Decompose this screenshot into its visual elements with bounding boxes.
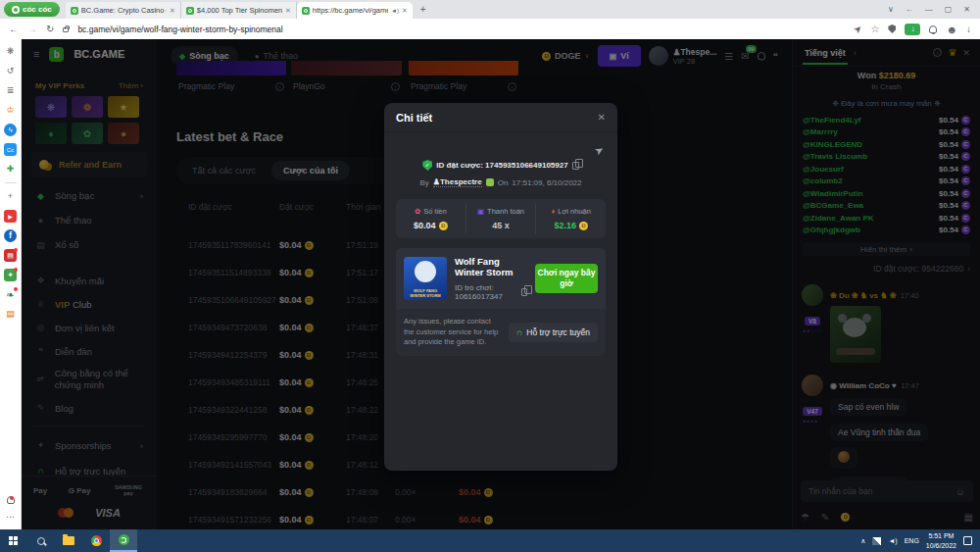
tab-title: BC.Game: Crypto Casino Ga <box>81 6 167 15</box>
tab-search-icon[interactable]: ∨ <box>888 5 894 14</box>
game-title: Wolf Fang Winter Storm <box>455 256 527 277</box>
adblock-shield-icon[interactable] <box>888 25 896 33</box>
tab-close-icon[interactable]: ✕ <box>402 7 408 15</box>
close-window-button[interactable]: ✕ <box>963 5 970 14</box>
shipping-icon[interactable]: ❧ <box>4 288 17 301</box>
doge-coin-icon: Đ <box>579 222 588 230</box>
coccoc-menu-button[interactable]: cốc cốc <box>4 2 60 17</box>
cart-icon[interactable]: ▤ <box>4 308 17 321</box>
more-icon[interactable]: ⋯ <box>4 511 17 524</box>
browser-tab-2[interactable]: $4,000 Top Tier Spinomenal ✕ <box>181 2 297 19</box>
address-bar: ← → ↻ bc.game/vi/game/wolf-fang-winter-s… <box>0 19 980 39</box>
tab-close-icon[interactable]: ✕ <box>285 7 291 15</box>
amount-icon: ✿ <box>415 207 420 216</box>
crown-icon[interactable]: ♔ <box>4 104 17 117</box>
notifications-icon[interactable] <box>929 25 937 33</box>
payout-icon: ▣ <box>477 207 484 216</box>
payout-value: 45 x <box>492 221 510 230</box>
bookmark-icon[interactable]: ☆ <box>870 24 879 34</box>
windows-taskbar: ∧ ◄) ENG 5:51 PM 10/6/2022 <box>0 529 980 552</box>
bcgame-favicon <box>71 7 78 15</box>
share-page-icon[interactable]: ➤ <box>851 23 864 36</box>
tab-title: https://bc.game/vi/game <box>313 6 388 15</box>
tab-audio-icon[interactable]: ◄) <box>391 8 399 14</box>
taskbar-search-icon[interactable] <box>27 529 55 552</box>
action-center-icon[interactable] <box>963 536 972 545</box>
tray-date: 10/6/2022 <box>926 541 956 550</box>
play-now-button[interactable]: Chơi ngay bây giờ <box>535 264 598 292</box>
history-icon[interactable]: ↺ <box>4 65 17 77</box>
new-tab-button[interactable]: + <box>420 4 426 15</box>
profit-value: $2.16 <box>554 221 576 230</box>
rail-bell-icon[interactable] <box>7 496 15 504</box>
brand-label: cốc cốc <box>23 5 52 14</box>
game-thumbnail[interactable]: WOLF FANGWINTER STORM <box>404 257 447 300</box>
stat-profit: ♦Lợi nhuận $2.16Đ <box>536 199 606 238</box>
by-label: By <box>419 178 428 187</box>
volume-icon[interactable]: ◄) <box>888 537 897 544</box>
coccoc-taskbar-icon[interactable] <box>110 529 137 552</box>
file-explorer-icon[interactable] <box>55 529 82 552</box>
browser-tab-1[interactable]: BC.Game: Crypto Casino Ga ✕ <box>66 2 181 19</box>
copy-icon[interactable] <box>521 288 527 296</box>
stat-amount: ✿Số tiền $0.04Đ <box>396 199 466 238</box>
coccoc-sidebar-rail: ❋ ↺ ≣ ♔ ϟ Cc ✚ + ▶ f ▤ ✦ ❧ ▤ ⋯ <box>0 39 22 529</box>
bcgame-favicon <box>186 7 194 15</box>
tab-strip: cốc cốc BC.Game: Crypto Casino Ga ✕ $4,0… <box>0 0 980 19</box>
download-arrow-icon: ↓ <box>910 25 914 33</box>
messenger-icon[interactable]: ϟ <box>4 124 17 136</box>
tab-title: $4,000 Top Tier Spinomenal <box>197 6 282 15</box>
forward-button[interactable]: → <box>27 24 37 34</box>
headset-icon: ∩ <box>516 327 523 337</box>
player-link[interactable]: ♟Thespectre <box>433 177 482 187</box>
newsfeed-icon[interactable]: ≣ <box>4 84 17 97</box>
youtube-icon[interactable]: ▶ <box>4 210 17 223</box>
minimize-button[interactable]: — <box>925 5 933 14</box>
network-icon[interactable] <box>872 537 881 545</box>
gear-icon[interactable]: ❋ <box>4 45 17 58</box>
bet-details-modal: Chi tiết ✕ ➤ ✓ ID đặt cược: 174593510664… <box>384 103 617 471</box>
on-label: On <box>498 178 509 187</box>
shop-app-icon[interactable]: ▤ <box>4 249 17 262</box>
coccoc-app-icon[interactable]: Cc <box>4 143 17 156</box>
amount-value: $0.04 <box>414 221 436 230</box>
games-icon[interactable]: ✚ <box>4 163 17 176</box>
game-id: 10616017347 <box>455 292 503 301</box>
tab-close-icon[interactable]: ✕ <box>170 7 175 15</box>
doge-coin-icon: Đ <box>439 222 448 230</box>
copy-icon[interactable] <box>572 162 579 170</box>
add-shortcut-icon[interactable]: + <box>4 190 17 203</box>
back-button[interactable]: ← <box>9 24 19 34</box>
stat-payout: ▣Thanh toán 45 x <box>466 199 536 238</box>
verified-shield-icon: ✓ <box>422 160 432 171</box>
maximize-button[interactable]: ▢ <box>945 5 953 14</box>
screen: cốc cốc BC.Game: Crypto Casino Ga ✕ $4,0… <box>0 0 980 552</box>
downloads-icon[interactable]: ↓ <box>966 24 971 34</box>
modal-close-icon[interactable]: ✕ <box>598 112 606 123</box>
bet-stats: ✿Số tiền $0.04Đ ▣Thanh toán 45 x ♦Lợi nh… <box>396 199 606 238</box>
chrome-icon[interactable] <box>82 529 110 552</box>
start-button[interactable] <box>0 529 27 552</box>
download-video-button[interactable]: ↓ <box>905 24 920 35</box>
browser-tab-active[interactable]: https://bc.game/vi/game ◄) ✕ <box>297 2 413 19</box>
browser-chrome: cốc cốc BC.Game: Crypto Casino Ga ✕ $4,0… <box>0 0 980 39</box>
bcgame-favicon <box>302 7 310 15</box>
support-row: Any issues, please contact the customer … <box>396 309 606 356</box>
language-indicator[interactable]: ENG <box>905 537 919 544</box>
profit-icon: ♦ <box>551 207 555 216</box>
support-button[interactable]: ∩ Hỗ trợ trực tuyến <box>509 323 598 342</box>
facebook-icon[interactable]: f <box>4 229 17 242</box>
url-text[interactable]: bc.game/vi/game/wolf-fang-winter-storm-b… <box>77 25 845 34</box>
lock-icon[interactable] <box>63 27 69 32</box>
bet-datetime: 17:51:09, 6/10/2022 <box>512 178 581 187</box>
support-note: Any issues, please contact the customer … <box>404 317 501 348</box>
gift-icon[interactable]: ✦ <box>4 269 17 281</box>
profile-avatar-icon[interactable]: ☻ <box>946 24 957 35</box>
clock[interactable]: 5:51 PM 10/6/2022 <box>926 531 956 549</box>
tray-expand-icon[interactable]: ∧ <box>860 537 865 545</box>
divider <box>5 182 17 183</box>
share-bet-icon[interactable]: ➤ <box>592 143 606 159</box>
reload-button[interactable]: ↻ <box>46 24 54 34</box>
game-card: WOLF FANGWINTER STORM Wolf Fang Winter S… <box>396 248 606 309</box>
recent-tabs-icon[interactable]: ← <box>906 5 913 14</box>
